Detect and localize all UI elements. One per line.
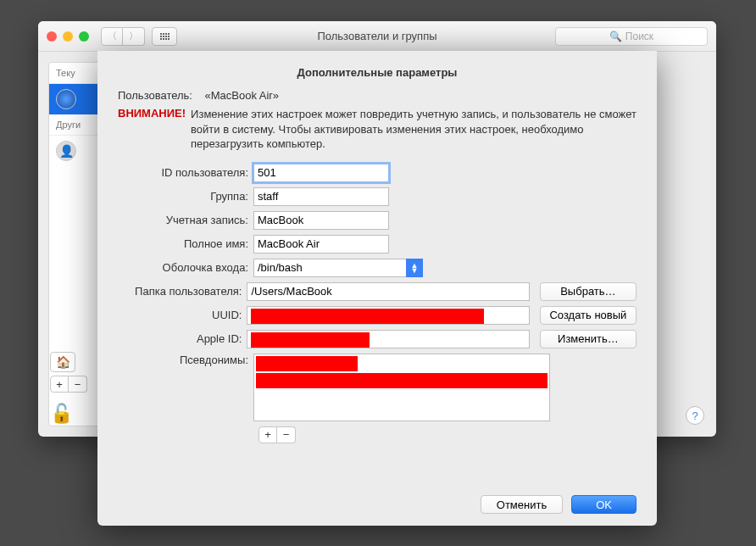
titlebar: 〈 〉 Пользователи и группы 🔍 Поиск [38, 21, 716, 52]
ok-button[interactable]: OK [571, 495, 636, 514]
aliases-list[interactable] [253, 354, 550, 421]
guest-avatar-icon: 👤 [56, 141, 76, 161]
zoom-icon[interactable] [79, 31, 89, 42]
shell-label: Оболочка входа: [118, 261, 253, 274]
forward-button[interactable]: 〉 [123, 27, 145, 46]
search-input[interactable]: 🔍 Поиск [555, 27, 708, 46]
group-input[interactable] [253, 187, 389, 206]
shell-select[interactable] [253, 259, 423, 277]
search-icon: 🔍 [609, 31, 622, 42]
group-label: Группа: [118, 190, 253, 203]
remove-user-button[interactable]: − [69, 376, 87, 393]
grid-icon [160, 33, 170, 40]
uid-label: ID пользователя: [118, 166, 253, 179]
create-new-button[interactable]: Создать новый [540, 306, 636, 325]
remove-alias-button[interactable]: − [277, 426, 296, 443]
appleid-label: Apple ID: [118, 332, 247, 345]
account-input[interactable] [253, 211, 389, 230]
homedir-label: Папка пользователя: [118, 285, 247, 298]
aliases-label: Псевдонимы: [118, 354, 253, 366]
minimize-icon[interactable] [63, 31, 73, 42]
homedir-input[interactable] [247, 282, 529, 301]
help-button[interactable]: ? [686, 406, 704, 425]
home-button[interactable]: 🏠 [50, 352, 75, 372]
nav-buttons: 〈 〉 [101, 27, 145, 46]
lock-icon[interactable]: 🔓 [50, 403, 73, 425]
user-value: «MacBook Air» [204, 89, 278, 102]
back-button[interactable]: 〈 [101, 27, 123, 46]
choose-button[interactable]: Выбрать… [540, 282, 636, 301]
warning-block: ВНИМАНИЕ! Изменение этих настроек может … [118, 107, 636, 152]
add-user-button[interactable]: + [50, 376, 69, 393]
user-line: Пользователь: «MacBook Air» [118, 89, 636, 102]
uuid-input[interactable] [247, 306, 529, 325]
fullname-input[interactable] [253, 235, 389, 254]
change-button[interactable]: Изменить… [540, 330, 636, 348]
close-icon[interactable] [47, 31, 57, 42]
appleid-input[interactable] [247, 330, 529, 348]
dialog-title: Дополнительные параметры [118, 66, 636, 79]
account-label: Учетная запись: [118, 214, 253, 226]
redacted-block [256, 373, 548, 388]
cancel-button[interactable]: Отменить [481, 495, 563, 514]
redacted-block [256, 356, 358, 371]
redacted-block [251, 309, 484, 324]
uuid-label: UUID: [118, 309, 247, 321]
warning-text: Изменение этих настроек может повредить … [191, 107, 636, 152]
show-all-button[interactable] [152, 27, 177, 46]
warning-label: ВНИМАНИЕ! [118, 107, 186, 152]
fullname-label: Полное имя: [118, 237, 253, 250]
chevron-up-down-icon[interactable]: ▲▼ [406, 259, 423, 277]
window-controls [47, 31, 89, 42]
advanced-options-dialog: Дополнительные параметры Пользователь: «… [97, 51, 657, 526]
avatar [56, 89, 76, 109]
uid-input[interactable] [253, 164, 389, 182]
add-alias-button[interactable]: + [258, 426, 277, 443]
redacted-block [251, 332, 370, 348]
